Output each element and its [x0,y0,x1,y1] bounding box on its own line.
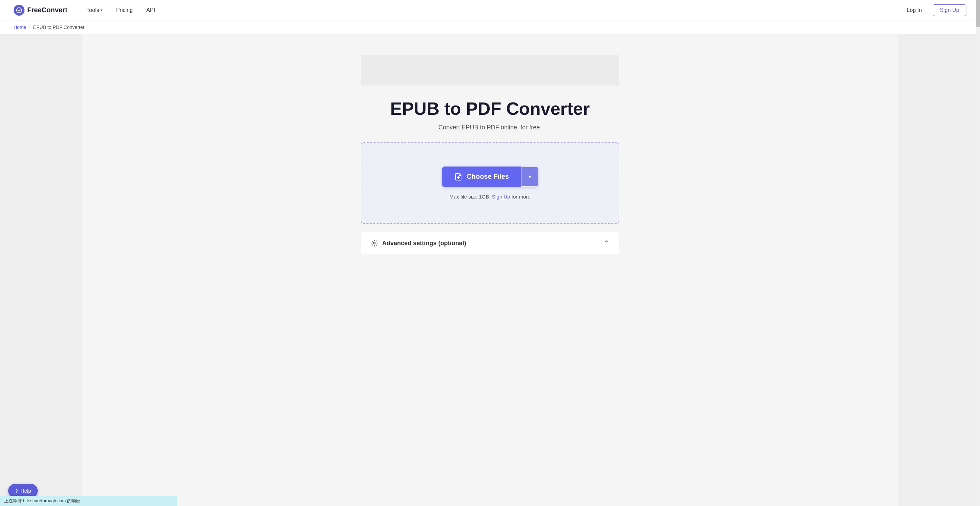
breadcrumb-separator: › [29,25,30,30]
sidebar-right [898,34,980,506]
scrollbar[interactable] [976,0,980,506]
logo[interactable]: FreeConvert [14,5,67,16]
upload-dropzone[interactable]: Choose Files ▾ Max file size 1GB. Sign U… [361,142,619,224]
nav-tools[interactable]: Tools ▾ [81,5,108,16]
advanced-settings-left: Advanced settings (optional) [371,239,466,247]
tools-chevron-icon: ▾ [100,8,102,13]
svg-point-0 [17,8,22,13]
breadcrumb: Home › EPUB to PDF Converter [0,21,980,34]
nav-api[interactable]: API [141,5,161,16]
choose-files-dropdown-button[interactable]: ▾ [521,167,538,186]
signup-button[interactable]: Sign Up [933,5,966,16]
file-size-signup-link[interactable]: Sign Up [492,194,510,200]
status-bar: 正在等待 btlr.sharethrough.com 的响应… [0,496,177,506]
logo-text: FreeConvert [27,6,67,14]
scrollbar-thumb[interactable] [976,0,980,27]
advanced-settings-panel[interactable]: Advanced settings (optional) ⌃ [361,232,619,254]
login-button[interactable]: Log In [901,5,927,16]
choose-files-wrapper: Choose Files ▾ [442,166,538,187]
page-title: EPUB to PDF Converter [390,99,590,118]
header-right: Log In Sign Up [901,5,966,16]
dropdown-chevron-icon: ▾ [528,173,531,180]
advanced-settings-chevron-icon: ⌃ [604,239,609,247]
svg-point-2 [373,242,375,244]
logo-icon [14,5,24,16]
nav-pricing[interactable]: Pricing [111,5,138,16]
breadcrumb-home[interactable]: Home [14,24,26,30]
upload-container: Choose Files ▾ Max file size 1GB. Sign U… [361,142,619,254]
header: FreeConvert Tools ▾ Pricing API Log In S… [0,0,980,21]
main-wrapper: EPUB to PDF Converter Convert EPUB to PD… [0,34,980,506]
advanced-settings-label: Advanced settings (optional) [382,240,466,247]
breadcrumb-current-page: EPUB to PDF Converter [33,24,84,30]
help-question-icon: ? [15,488,18,494]
header-left: FreeConvert Tools ▾ Pricing API [14,5,161,16]
main-content: EPUB to PDF Converter Convert EPUB to PD… [82,34,898,506]
gear-icon [371,239,378,247]
file-size-info: Max file size 1GB. Sign Up for more [450,194,530,200]
sidebar-left [0,34,82,506]
choose-files-button[interactable]: Choose Files [442,166,521,187]
file-upload-icon [454,172,463,181]
ad-banner [361,55,619,85]
main-nav: Tools ▾ Pricing API [81,5,161,16]
page-subtitle: Convert EPUB to PDF online, for free. [438,124,541,131]
